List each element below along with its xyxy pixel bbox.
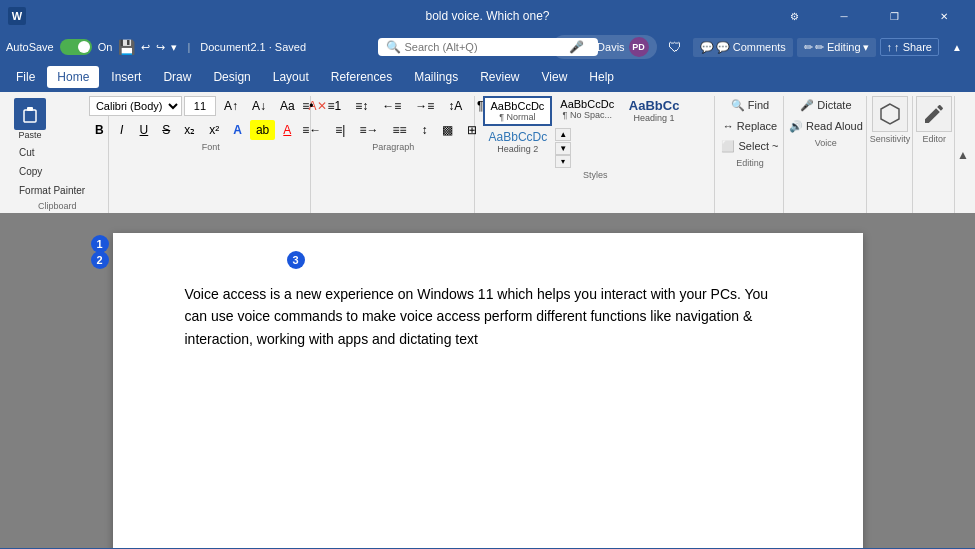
tab-controls-right: Payton Davis PD 🛡 💬💬 Comments ✏✏ Editing… xyxy=(552,33,975,61)
multilevel-button[interactable]: ≡↕ xyxy=(349,96,374,116)
cut-button[interactable]: Cut xyxy=(12,144,92,161)
font-size-input[interactable] xyxy=(184,96,216,116)
sort-button[interactable]: ↕A xyxy=(442,96,468,116)
read-aloud-button[interactable]: 🔊 Read Aloud xyxy=(782,117,870,136)
ribbon-collapse: ▲ xyxy=(957,96,969,213)
toggle-knob xyxy=(78,41,90,53)
highlight-button[interactable]: ab xyxy=(250,120,275,140)
dictate-button[interactable]: 🎤 Dictate xyxy=(793,96,858,115)
search-input[interactable] xyxy=(405,41,565,53)
copy-button[interactable]: Copy xyxy=(12,163,92,180)
redo-button[interactable]: ↪ xyxy=(156,41,165,54)
tabs-controls-bar: AutoSave On 💾 ↩ ↪ ▾ | Document2.1 · Save… xyxy=(0,32,975,62)
ribbon-main: Paste Cut Copy Format Painter Clipboard … xyxy=(0,92,975,213)
ribbon-group-voice: 🎤 Dictate 🔊 Read Aloud Voice xyxy=(786,96,866,213)
menu-view[interactable]: View xyxy=(532,66,578,88)
increase-font-button[interactable]: A↑ xyxy=(218,96,244,116)
menu-help[interactable]: Help xyxy=(579,66,624,88)
svg-rect-0 xyxy=(24,110,36,122)
menu-draw[interactable]: Draw xyxy=(153,66,201,88)
menu-home[interactable]: Home xyxy=(47,66,99,88)
save-icon[interactable]: 💾 xyxy=(118,39,135,55)
replace-button[interactable]: ↔ Replace xyxy=(716,117,784,135)
sensitivity-button[interactable] xyxy=(872,96,908,132)
editor-label: Editor xyxy=(923,134,947,144)
style-nospace[interactable]: AaBbCcDc ¶ No Spac... xyxy=(554,96,620,122)
styles-label: Styles xyxy=(583,170,608,180)
ribbon-collapse-button[interactable]: ▲ xyxy=(957,148,969,162)
style-normal[interactable]: AaBbCcDc ¶ Normal xyxy=(483,96,553,126)
sensitivity-label: Sensitivity xyxy=(870,134,911,144)
font-label: Font xyxy=(202,142,220,152)
para-row1: ≡• ≡1 ≡↕ ←≡ →≡ ↕A ¶ xyxy=(296,96,490,116)
minimize-button[interactable]: ─ xyxy=(821,0,867,32)
styles-up-button[interactable]: ▲ xyxy=(555,128,571,141)
styles-expand-button[interactable]: ▾ xyxy=(555,155,571,168)
search-area: 🔍 🎤 xyxy=(378,38,598,56)
doc-name: Document2.1 · Saved xyxy=(200,41,306,53)
align-left-button[interactable]: ≡← xyxy=(296,120,327,140)
decrease-font-button[interactable]: A↓ xyxy=(246,96,272,116)
underline-button[interactable]: U xyxy=(134,120,155,140)
close-button[interactable]: ✕ xyxy=(921,0,967,32)
menu-insert[interactable]: Insert xyxy=(101,66,151,88)
shading-button[interactable]: ▩ xyxy=(436,120,459,140)
menu-bar: File Home Insert Draw Design Layout Refe… xyxy=(0,62,975,92)
superscript-button[interactable]: x² xyxy=(203,120,225,140)
restore-button[interactable]: ❐ xyxy=(871,0,917,32)
bullets-button[interactable]: ≡• xyxy=(296,96,319,116)
font-family-select[interactable]: Calibri (Body) xyxy=(89,96,182,116)
title-bar-left: W xyxy=(8,7,26,25)
autosave-label: AutoSave xyxy=(6,41,54,53)
sensitivity-content xyxy=(872,96,908,132)
autosave-toggle[interactable] xyxy=(60,39,92,55)
align-right-button[interactable]: ≡→ xyxy=(353,120,384,140)
editing-button[interactable]: ✏✏ Editing▾ xyxy=(797,38,876,57)
ribbon-group-editing: 🔍 Find ↔ Replace ⬜ Select ~ Editing xyxy=(717,96,784,213)
style-h1[interactable]: AaBbCc Heading 1 xyxy=(622,96,686,125)
editor-content xyxy=(916,96,952,132)
strikethrough-button[interactable]: S xyxy=(156,120,176,140)
menu-references[interactable]: References xyxy=(321,66,402,88)
styles-down-button[interactable]: ▼ xyxy=(555,142,571,155)
bold-button[interactable]: B xyxy=(89,120,110,140)
menu-mailings[interactable]: Mailings xyxy=(404,66,468,88)
format-painter-button[interactable]: Format Painter xyxy=(12,182,92,199)
autosave-state: On xyxy=(98,41,113,53)
style-h2[interactable]: AaBbCcDc Heading 2 xyxy=(483,128,554,156)
subscript-button[interactable]: x₂ xyxy=(178,120,201,140)
ribbon-group-paragraph: ≡• ≡1 ≡↕ ←≡ →≡ ↕A ¶ ≡← ≡| ≡→ ≡≡ ↕ ▩ ⊞ xyxy=(313,96,474,213)
decrease-indent-button[interactable]: ←≡ xyxy=(376,96,407,116)
settings-button[interactable]: ⚙ xyxy=(771,0,817,32)
voice-label: Voice xyxy=(815,138,837,148)
styles-content: AaBbCcDc ¶ Normal AaBbCcDc ¶ No Spac... … xyxy=(483,96,708,168)
ribbon: Paste Cut Copy Format Painter Clipboard … xyxy=(0,92,975,213)
doc-area: 1 2 3 Voice access is a new experience o… xyxy=(0,213,975,548)
justify-button[interactable]: ≡≡ xyxy=(386,120,412,140)
numbering-button[interactable]: ≡1 xyxy=(322,96,348,116)
share-button[interactable]: ↑↑ Share xyxy=(880,38,939,56)
find-button[interactable]: 🔍 Find xyxy=(724,96,776,115)
increase-indent-button[interactable]: →≡ xyxy=(409,96,440,116)
ribbon-group-styles: AaBbCcDc ¶ Normal AaBbCcDc ¶ No Spac... … xyxy=(477,96,715,213)
comments-button[interactable]: 💬💬 Comments xyxy=(693,38,793,57)
autosave-area: AutoSave On 💾 ↩ ↪ ▾ | Document2.1 · Save… xyxy=(6,39,306,55)
menu-design[interactable]: Design xyxy=(203,66,260,88)
cloud-button[interactable]: 🛡 xyxy=(661,33,689,61)
line-spacing-button[interactable]: ↕ xyxy=(414,120,434,140)
undo-button[interactable]: ↩ xyxy=(141,41,150,54)
paste-button[interactable]: Paste xyxy=(12,96,48,142)
menu-file[interactable]: File xyxy=(6,66,45,88)
menu-layout[interactable]: Layout xyxy=(263,66,319,88)
ribbon-group-editor: Editor xyxy=(915,96,956,213)
italic-button[interactable]: I xyxy=(112,120,132,140)
customize-button[interactable]: ▾ xyxy=(171,41,177,54)
text-effects-button[interactable]: A xyxy=(227,120,248,140)
menu-review[interactable]: Review xyxy=(470,66,529,88)
center-button[interactable]: ≡| xyxy=(329,120,351,140)
select-button[interactable]: ⬜ Select ~ xyxy=(714,137,785,156)
ribbon-collapse-button[interactable]: ▲ xyxy=(943,33,971,61)
editor-button[interactable] xyxy=(916,96,952,132)
font-color-button[interactable]: A xyxy=(277,120,297,140)
user-avatar: PD xyxy=(629,37,649,57)
